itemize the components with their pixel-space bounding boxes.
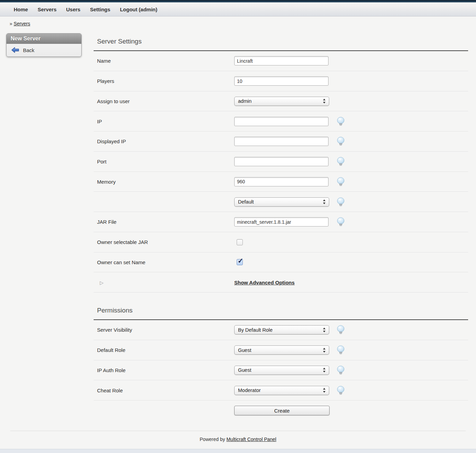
create-button[interactable]: Create	[234, 406, 330, 415]
select-value: admin	[238, 98, 252, 104]
help-bulb-icon[interactable]	[337, 137, 345, 146]
select-value: Guest	[238, 347, 251, 353]
help-bulb-icon[interactable]	[337, 217, 345, 226]
help-bulb-icon[interactable]	[337, 157, 345, 166]
field-control	[234, 217, 331, 226]
cheat-role-select[interactable]: Moderator	[234, 386, 329, 395]
default-select[interactable]: Default	[234, 197, 329, 207]
port-input[interactable]	[234, 157, 329, 166]
nav-item-users[interactable]: Users	[66, 7, 81, 12]
breadcrumb-link-servers[interactable]: Servers	[14, 21, 30, 26]
field-label-jar-file: JAR File	[94, 219, 234, 225]
select-value: Moderator	[238, 388, 261, 393]
owner-can-set-name-checkbox[interactable]: ✓	[237, 259, 243, 265]
back-button-label: Back	[23, 47, 34, 53]
form-row-ip: IP	[94, 111, 468, 132]
form-row-assign-to-user: Assign to useradmin	[94, 91, 468, 112]
form-row-owner-selectable-jar: Owner selectable JAR✓	[94, 232, 468, 253]
form-row-jar-file: JAR File	[94, 212, 468, 232]
select-value: Default	[238, 199, 254, 205]
select-arrows-icon	[323, 367, 326, 373]
field-control: Default	[234, 197, 331, 207]
field-label-name: Name	[94, 58, 234, 64]
nav-item-home[interactable]: Home	[14, 7, 28, 12]
section-server-settings: Server SettingsNamePlayersAssign to user…	[94, 33, 468, 293]
nav-item-settings[interactable]: Settings	[90, 7, 110, 12]
memory-input[interactable]	[234, 177, 329, 186]
field-control: Create	[234, 406, 331, 415]
jar-file-input[interactable]	[234, 217, 329, 226]
field-control: Guest	[234, 345, 331, 355]
bottom-window-strip	[0, 449, 476, 453]
assign-to-user-select[interactable]: admin	[234, 97, 329, 106]
field-label-show-advanced-options: ▷	[94, 280, 234, 285]
help-bulb-icon[interactable]	[337, 345, 345, 355]
footer-divider	[10, 431, 466, 431]
field-label-players: Players	[94, 78, 234, 84]
form-row-memory: Memory	[94, 172, 468, 192]
field-control: ✓	[234, 239, 331, 245]
select-arrows-icon	[323, 199, 326, 205]
field-label-owner-selectable-jar: Owner selectable JAR	[94, 239, 234, 245]
field-label-ip-auth-role: IP Auth Role	[94, 367, 234, 373]
form-row-cheat-role: Cheat RoleModerator	[94, 380, 468, 401]
players-input[interactable]	[234, 76, 329, 86]
section-permissions: PermissionsServer VisibilityBy Default R…	[94, 302, 468, 421]
nav-item-servers[interactable]: Servers	[38, 7, 57, 12]
navbar: HomeServersUsersSettingsLogout (admin)	[0, 2, 476, 16]
field-control: ✓	[234, 259, 331, 265]
default-role-select[interactable]: Guest	[234, 345, 329, 355]
field-label-memory: Memory	[94, 179, 234, 185]
select-value: Guest	[238, 367, 251, 373]
field-label-displayed-ip: Displayed IP	[94, 138, 234, 144]
field-control: By Default Role	[234, 325, 331, 334]
select-arrows-icon	[323, 347, 326, 353]
field-label-cheat-role: Cheat Role	[94, 388, 234, 393]
form-row-name: Name	[94, 51, 468, 71]
ip-auth-role-select[interactable]: Guest	[234, 366, 329, 375]
field-control	[234, 56, 331, 65]
name-input[interactable]	[234, 56, 329, 65]
help-bulb-icon[interactable]	[337, 366, 345, 375]
help-bulb-icon[interactable]	[337, 197, 345, 207]
select-value: By Default Role	[238, 327, 273, 333]
form-row-create: Create	[94, 401, 468, 421]
help-bulb-icon[interactable]	[337, 177, 345, 186]
ip-input[interactable]	[234, 117, 329, 126]
show-advanced-options-link[interactable]: Show Advanced Options	[234, 280, 295, 285]
help-bulb-icon[interactable]	[337, 117, 345, 126]
server-visibility-select[interactable]: By Default Role	[234, 325, 329, 334]
top-window-strip	[0, 0, 476, 2]
form-row-players: Players	[94, 71, 468, 91]
back-arrow-icon	[11, 47, 19, 53]
select-arrows-icon	[323, 388, 326, 393]
form-row-default-role: Default RoleGuest	[94, 340, 468, 360]
help-bulb-icon[interactable]	[337, 386, 345, 395]
footer: Powered byMulticraft Control Panel	[0, 437, 476, 442]
back-button[interactable]: Back	[7, 44, 81, 57]
select-arrows-icon	[323, 98, 326, 104]
form-area: Server SettingsNamePlayersAssign to user…	[94, 33, 468, 421]
field-label-server-visibility: Server Visibility	[94, 327, 234, 333]
field-control	[234, 177, 331, 186]
section-title: Permissions	[94, 302, 468, 319]
breadcrumb: »Servers	[0, 16, 476, 26]
owner-selectable-jar-checkbox[interactable]: ✓	[237, 239, 243, 245]
form-row-default: Default	[94, 192, 468, 212]
field-label-default-role: Default Role	[94, 347, 234, 353]
field-control	[234, 137, 331, 146]
section-title: Server Settings	[94, 33, 468, 50]
expander-icon[interactable]: ▷	[97, 280, 104, 285]
field-label-port: Port	[94, 159, 234, 164]
sidebar-title: New Server	[7, 34, 81, 44]
displayed-ip-input[interactable]	[234, 137, 329, 146]
form-row-show-advanced-options: ▷Show Advanced Options	[94, 272, 468, 293]
footer-text: Powered by	[200, 437, 225, 442]
field-control: Guest	[234, 366, 331, 375]
field-control	[234, 76, 331, 86]
nav-item-logout-admin[interactable]: Logout (admin)	[120, 7, 157, 12]
footer-link-multicraft[interactable]: Multicraft Control Panel	[226, 437, 276, 442]
help-bulb-icon[interactable]	[337, 325, 345, 334]
select-arrows-icon	[323, 327, 326, 333]
field-label-owner-can-set-name: Owner can set Name	[94, 259, 234, 265]
